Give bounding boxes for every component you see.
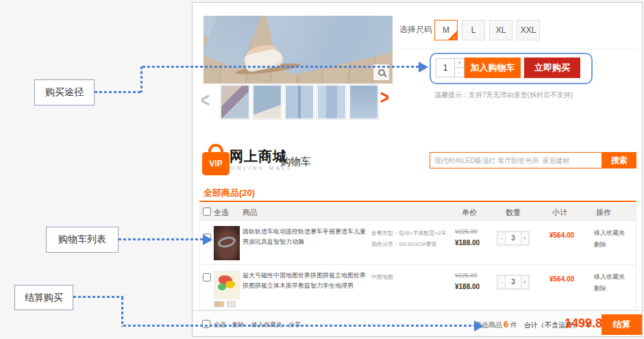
thumbnail-1[interactable]: [220, 84, 250, 120]
row-subtotal: ¥564.00: [549, 275, 574, 283]
header-unit-price: 单价: [462, 208, 477, 218]
product-spec: 套餐类型：电动+手摇配置+2车: [371, 229, 447, 237]
search-button[interactable]: 搜索: [602, 152, 636, 168]
annotation-label: 结算购买: [25, 292, 63, 304]
price-current: ¥188.00: [455, 283, 480, 290]
move-to-favorites-link[interactable]: 移入收藏夹: [594, 273, 625, 281]
size-option-label: XXL: [521, 25, 536, 35]
annotation-label: 购买途径: [45, 86, 84, 99]
header-select-all: 全选: [214, 208, 229, 218]
annotation-cart-list: 购物车列表: [46, 227, 119, 253]
size-option-xl[interactable]: XL: [489, 20, 512, 40]
size-options: M ✓ L XL XXL: [434, 20, 540, 40]
product-image-racetrack[interactable]: [214, 226, 240, 260]
size-option-label: XL: [496, 25, 506, 35]
price-original: ¥225.00: [455, 228, 478, 235]
row-subtotal: ¥564.00: [549, 231, 574, 239]
annotation-line: [123, 325, 474, 327]
arrow-icon: [203, 234, 212, 245]
annotation-checkout: 结算购买: [14, 285, 73, 310]
move-to-favorites-link[interactable]: 移入收藏夹: [594, 229, 625, 238]
quantity-plus-button[interactable]: +: [455, 58, 465, 68]
annotation-line: [121, 297, 123, 327]
quantity-stepper: 1 + -: [436, 58, 465, 77]
header-product: 商品: [243, 208, 258, 218]
magnifier-glyph: [378, 69, 385, 76]
thumbnail-4[interactable]: [317, 84, 347, 120]
checkout-button[interactable]: 结算: [602, 314, 642, 335]
thumbnail-3[interactable]: [284, 84, 314, 120]
row-quantity-stepper: - 3 +: [496, 274, 530, 290]
selected-check-icon: ✓: [452, 35, 457, 41]
size-option-label: L: [471, 25, 476, 35]
cart-footer-bar: 全选 删除 移入收藏夹 分享 已选商品 6 件 合计（不含运费）：¥ 1499.…: [193, 310, 642, 336]
cart-section-title: 全部商品(20): [203, 187, 255, 199]
annotation-label: 购物车列表: [58, 234, 106, 246]
product-image-map[interactable]: [214, 271, 240, 299]
annotation-line: [140, 66, 143, 92]
product-main-image: [203, 16, 393, 84]
delete-link[interactable]: 删除: [594, 240, 606, 249]
table-row: 路轨轨道车电动遥控轨道赛车手摇赛道车儿童男孩玩具益智智力动脑 套餐类型：电动+手…: [200, 221, 636, 264]
prev-arrow-icon[interactable]: <: [201, 89, 210, 112]
header-actions: 操作: [596, 208, 611, 218]
annotation-line: [143, 66, 419, 68]
next-arrow-icon[interactable]: >: [380, 86, 389, 110]
bag-body: VIP: [202, 152, 230, 175]
track-ring-shape: [217, 235, 237, 249]
thumbnail-strip: [220, 84, 379, 120]
mall-name: 网上商城: [230, 147, 287, 166]
return-policy-tip: 温馨提示：支持7天无理由退货(拆封后不支持): [434, 90, 573, 100]
product-title[interactable]: 路轨轨道车电动遥控轨道赛车手摇赛道车儿童男孩玩具益智智力动脑: [243, 227, 367, 247]
row-qty-minus-button[interactable]: -: [497, 275, 506, 289]
arrow-icon: [474, 321, 484, 331]
annotation-purchase-path: 购买途径: [34, 79, 95, 105]
quantity-value[interactable]: 1: [436, 58, 455, 77]
selected-items-count: 6: [504, 319, 508, 329]
row-checkbox[interactable]: [203, 273, 211, 281]
product-spec: 颜色分类：SS-620CM赛道: [371, 240, 436, 248]
row-qty-minus-button[interactable]: -: [497, 231, 506, 245]
size-option-xxl[interactable]: XXL: [517, 20, 540, 40]
annotation-line: [119, 238, 203, 240]
price-current: ¥188.00: [455, 239, 480, 247]
row-qty-plus-button[interactable]: +: [521, 231, 529, 245]
quantity-minus-button[interactable]: -: [455, 68, 465, 77]
row-qty-plus-button[interactable]: +: [521, 275, 529, 289]
product-image-mini: [214, 301, 225, 307]
map-shape: [225, 281, 235, 288]
add-to-cart-button[interactable]: 加入购物车: [465, 58, 521, 78]
size-option-m[interactable]: M ✓: [434, 20, 458, 40]
price-original: ¥225.00: [455, 272, 478, 279]
thumbnail-2[interactable]: [252, 84, 282, 120]
cart-table-header: 全选 商品 单价 数量 小计 操作: [200, 203, 636, 221]
vip-bag-icon: VIP: [202, 144, 230, 177]
annotation-line: [95, 91, 142, 93]
section-underline: [199, 201, 636, 202]
search-input[interactable]: [430, 152, 602, 168]
row-qty-value[interactable]: 3: [506, 231, 521, 245]
shop-panel: < > 选择尺码： M ✓ L XL XXL 1 + - 加入购物车 立即购买 …: [192, 2, 643, 337]
delete-link[interactable]: 删除: [594, 284, 606, 293]
map-shape: [218, 284, 226, 290]
select-all-checkbox[interactable]: [203, 208, 211, 216]
table-row: 超大号磁性中国地图世界拼图拼板立地图世界拼图拼板立体木质早教益智力学生地理男 中…: [200, 264, 636, 310]
selected-items-unit: 件: [510, 321, 517, 330]
product-spec: 中国地图: [371, 273, 393, 281]
row-quantity-stepper: - 3 +: [496, 230, 530, 247]
product-image-mini: [227, 301, 236, 307]
cart-table: 全选 商品 单价 数量 小计 操作 路轨轨道车电动遥控轨道赛车手摇赛道车儿童男孩…: [199, 203, 636, 310]
row-qty-value[interactable]: 3: [506, 275, 521, 289]
page-title: 购物车: [280, 155, 311, 168]
size-option-l[interactable]: L: [462, 20, 485, 40]
header-quantity: 数量: [506, 208, 521, 218]
vip-text: VIP: [209, 159, 222, 168]
header-subtotal: 小计: [552, 208, 567, 218]
footer-select-all-checkbox[interactable]: [202, 320, 210, 328]
thumbnail-5[interactable]: [349, 84, 379, 120]
annotation-line: [73, 296, 123, 298]
divider: [399, 49, 638, 49]
arrow-icon: [419, 62, 428, 73]
product-title[interactable]: 超大号磁性中国地图世界拼图拼板立地图世界拼图拼板立体木质早教益智力学生地理男: [243, 271, 367, 291]
buy-now-button[interactable]: 立即购买: [524, 58, 580, 78]
